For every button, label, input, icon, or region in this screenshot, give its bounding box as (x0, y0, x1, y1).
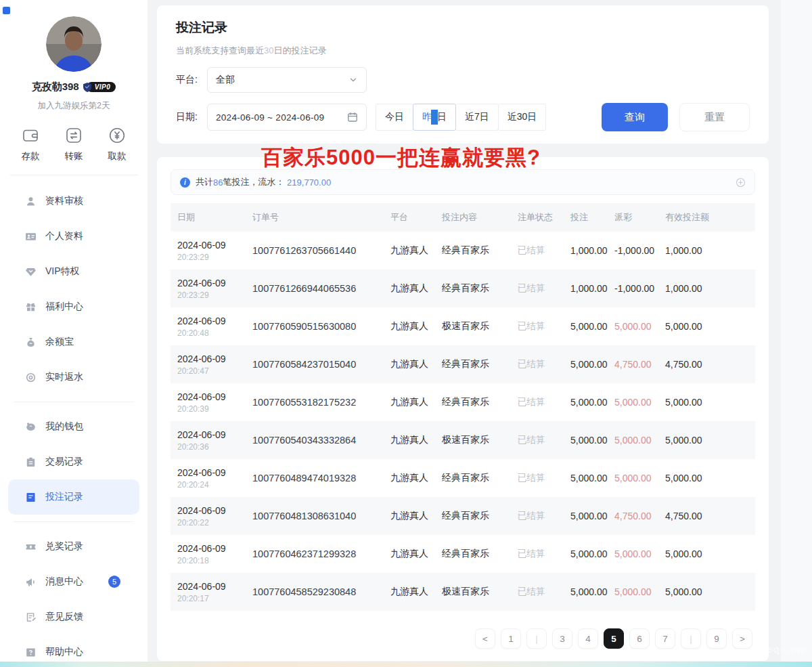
row-bet-amount: 1,000.00 (564, 245, 608, 256)
row-time: 20:20:47 (177, 366, 246, 376)
row-bet-amount: 5,000.00 (564, 548, 608, 559)
row-time: 20:23:29 (177, 291, 246, 300)
pagination-ellipsis[interactable]: | (526, 628, 547, 649)
row-payout: 4,750.00 (608, 511, 658, 521)
pagination-page-4[interactable]: 4 (578, 628, 598, 649)
row-time: 20:20:18 (177, 556, 246, 565)
row-platform: 九游真人 (384, 548, 435, 560)
row-time: 20:20:36 (177, 442, 246, 452)
sidebar-item-yuebao[interactable]: 余额宝 (8, 324, 139, 360)
table-row: 2024-06-0920:20:17 1007760458529230848 九… (171, 573, 755, 611)
row-bet-amount: 5,000.00 (564, 511, 608, 521)
pagination-page-3[interactable]: 3 (552, 628, 572, 649)
reset-button[interactable]: 重置 (679, 103, 750, 131)
row-valid-amount: 5,000.00 (658, 321, 755, 332)
clipboard-icon (25, 456, 37, 468)
platform-value: 全部 (216, 74, 235, 86)
row-status: 已结算 (511, 320, 564, 332)
bet-count: 86 (213, 177, 223, 188)
main-content: 投注记录 当前系统支持查询最近30日的投注记录 平台: 全部 日期: 2024-… (157, 0, 769, 661)
quick-30days-button[interactable]: 近30日 (498, 104, 547, 131)
row-platform: 九游真人 (384, 510, 435, 522)
row-valid-amount: 5,000.00 (658, 473, 755, 483)
table-row: 2024-06-0920:20:48 1007760590515630080 九… (171, 307, 755, 345)
row-platform: 九游真人 (384, 282, 435, 295)
expand-plus-icon[interactable] (736, 177, 746, 188)
table-row: 2024-06-0920:20:47 1007760584237015040 九… (171, 345, 755, 383)
row-platform: 九游真人 (384, 434, 435, 446)
sidebar-item-audit[interactable]: 资料审核 (8, 184, 139, 219)
row-valid-amount: 1,000.00 (658, 245, 755, 256)
row-bet-content: 经典百家乐 (435, 396, 511, 408)
username: 克孜勒398 (32, 81, 79, 93)
sidebar-item-welfare[interactable]: 福利中心 (8, 289, 139, 324)
row-payout: -1,000.00 (608, 245, 658, 256)
row-order-no: 1007760553182175232 (246, 397, 384, 408)
sidebar-item-rebate[interactable]: 实时返水 (8, 360, 139, 395)
vip-shield-icon (82, 82, 93, 93)
id-card-icon (25, 231, 37, 242)
row-payout: 5,000.00 (608, 321, 658, 332)
deposit-button[interactable]: 存款 (20, 125, 41, 163)
row-valid-amount: 4,750.00 (658, 511, 755, 521)
pagination-page-1[interactable]: 1 (501, 628, 521, 649)
vip-badge: VIP0 (82, 82, 116, 93)
info-icon: i (180, 177, 190, 188)
sidebar-item-personal-info[interactable]: 个人资料 (8, 219, 139, 254)
quick-7days-button[interactable]: 近7日 (455, 104, 499, 131)
pagination-page-6[interactable]: 6 (629, 628, 650, 649)
quick-yesterday-button[interactable]: 昨日 (413, 104, 456, 131)
pagination-page-7[interactable]: 7 (655, 628, 675, 649)
row-bet-content: 经典百家乐 (435, 548, 511, 560)
quick-today-button[interactable]: 今日 (376, 104, 413, 131)
pagination-next[interactable]: > (732, 628, 752, 649)
row-date: 2024-06-09 (177, 278, 246, 288)
row-platform: 九游真人 (384, 396, 435, 408)
calendar-icon (347, 112, 358, 123)
watermark: equ.me (767, 643, 807, 655)
row-bet-amount: 5,000.00 (564, 586, 608, 597)
sidebar-nav: 资料审核 个人资料 VIP特权 福利中心 余额宝 实时返水 我的钱包 (0, 175, 148, 667)
row-platform: 九游真人 (384, 244, 435, 257)
row-time: 20:20:24 (177, 480, 246, 490)
pagination-ellipsis[interactable]: | (681, 628, 701, 649)
row-date: 2024-06-09 (177, 316, 246, 326)
withdraw-button[interactable]: 取款 (107, 125, 127, 163)
pagination-prev[interactable]: < (475, 628, 495, 649)
page-subtitle: 当前系统支持查询最近30日的投注记录 (176, 45, 750, 57)
table-row: 2024-06-0920:20:36 1007760540343332864 九… (171, 421, 755, 459)
date-range-input[interactable]: 2024-06-09 ~ 2024-06-09 (207, 104, 367, 131)
quick-actions: 存款 转账 取款 (0, 125, 148, 163)
row-bet-amount: 5,000.00 (564, 473, 608, 483)
platform-select[interactable]: 全部 (207, 67, 367, 93)
row-bet-amount: 5,000.00 (564, 359, 608, 370)
row-platform: 九游真人 (384, 586, 435, 598)
row-valid-amount: 5,000.00 (658, 397, 755, 408)
sidebar-item-feedback[interactable]: 意见反馈 (8, 599, 139, 634)
query-button[interactable]: 查询 (602, 103, 668, 131)
chevron-down-icon (348, 75, 358, 85)
gift-icon (25, 301, 37, 313)
sidebar-item-vip[interactable]: VIP特权 (8, 254, 139, 289)
sidebar-item-transactions[interactable]: 交易记录 (8, 444, 139, 479)
row-status: 已结算 (511, 396, 564, 408)
sidebar-item-messages[interactable]: 消息中心 5 (8, 564, 139, 599)
filter-card: 投注记录 当前系统支持查询最近30日的投注记录 平台: 全部 日期: 2024-… (157, 5, 769, 144)
row-date: 2024-06-09 (177, 543, 246, 554)
table-header: 日期 订单号 平台 投注内容 注单状态 投注 派彩 有效投注额 (171, 203, 755, 232)
pagination-page-5-active[interactable]: 5 (604, 628, 624, 649)
row-date: 2024-06-09 (177, 467, 246, 478)
row-date: 2024-06-09 (177, 240, 246, 251)
row-order-no: 1007760590515630080 (246, 321, 384, 332)
sidebar-item-wallet[interactable]: 我的钱包 (8, 409, 139, 444)
row-order-no: 1007761266944065536 (246, 283, 384, 294)
row-bet-content: 经典百家乐 (435, 510, 511, 522)
join-days-text: 加入九游娱乐第2天 (0, 100, 148, 112)
divider (14, 402, 134, 402)
pagination-page-9[interactable]: 9 (706, 628, 727, 649)
transfer-button[interactable]: 转账 (64, 125, 84, 163)
sidebar-item-redeem[interactable]: 兑奖记录 (8, 529, 139, 564)
row-bet-amount: 1,000.00 (564, 283, 608, 294)
sidebar-item-bet-records[interactable]: 投注记录 (8, 479, 139, 515)
avatar (46, 16, 102, 72)
